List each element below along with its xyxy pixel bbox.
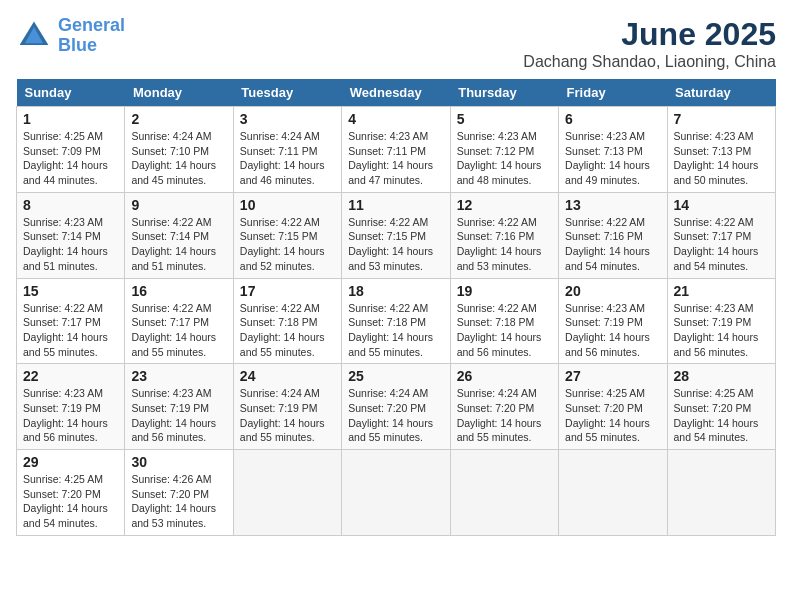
table-row: 21 Sunrise: 4:23 AMSunset: 7:19 PMDaylig… bbox=[667, 278, 775, 364]
day-number: 24 bbox=[240, 368, 335, 384]
day-number: 25 bbox=[348, 368, 443, 384]
day-number: 19 bbox=[457, 283, 552, 299]
day-info: Sunrise: 4:25 AMSunset: 7:20 PMDaylight:… bbox=[23, 473, 108, 529]
day-info: Sunrise: 4:22 AMSunset: 7:17 PMDaylight:… bbox=[131, 302, 216, 358]
day-number: 18 bbox=[348, 283, 443, 299]
day-number: 26 bbox=[457, 368, 552, 384]
table-row: 15 Sunrise: 4:22 AMSunset: 7:17 PMDaylig… bbox=[17, 278, 125, 364]
day-number: 29 bbox=[23, 454, 118, 470]
location-title: Dachang Shandao, Liaoning, China bbox=[523, 53, 776, 71]
day-number: 17 bbox=[240, 283, 335, 299]
table-row: 13 Sunrise: 4:22 AMSunset: 7:16 PMDaylig… bbox=[559, 192, 667, 278]
day-info: Sunrise: 4:22 AMSunset: 7:18 PMDaylight:… bbox=[348, 302, 433, 358]
table-row: 10 Sunrise: 4:22 AMSunset: 7:15 PMDaylig… bbox=[233, 192, 341, 278]
day-info: Sunrise: 4:24 AMSunset: 7:19 PMDaylight:… bbox=[240, 387, 325, 443]
day-info: Sunrise: 4:24 AMSunset: 7:20 PMDaylight:… bbox=[348, 387, 433, 443]
calendar-week-row: 1 Sunrise: 4:25 AMSunset: 7:09 PMDayligh… bbox=[17, 107, 776, 193]
day-info: Sunrise: 4:24 AMSunset: 7:11 PMDaylight:… bbox=[240, 130, 325, 186]
table-row: 27 Sunrise: 4:25 AMSunset: 7:20 PMDaylig… bbox=[559, 364, 667, 450]
day-info: Sunrise: 4:22 AMSunset: 7:15 PMDaylight:… bbox=[240, 216, 325, 272]
table-row: 22 Sunrise: 4:23 AMSunset: 7:19 PMDaylig… bbox=[17, 364, 125, 450]
table-row: 4 Sunrise: 4:23 AMSunset: 7:11 PMDayligh… bbox=[342, 107, 450, 193]
day-number: 30 bbox=[131, 454, 226, 470]
day-info: Sunrise: 4:25 AMSunset: 7:20 PMDaylight:… bbox=[565, 387, 650, 443]
table-row: 25 Sunrise: 4:24 AMSunset: 7:20 PMDaylig… bbox=[342, 364, 450, 450]
logo-text: General Blue bbox=[58, 16, 125, 56]
day-number: 5 bbox=[457, 111, 552, 127]
day-info: Sunrise: 4:24 AMSunset: 7:20 PMDaylight:… bbox=[457, 387, 542, 443]
table-row bbox=[233, 450, 341, 536]
day-info: Sunrise: 4:26 AMSunset: 7:20 PMDaylight:… bbox=[131, 473, 216, 529]
table-row: 14 Sunrise: 4:22 AMSunset: 7:17 PMDaylig… bbox=[667, 192, 775, 278]
col-thursday: Thursday bbox=[450, 79, 558, 107]
col-monday: Monday bbox=[125, 79, 233, 107]
day-number: 4 bbox=[348, 111, 443, 127]
day-info: Sunrise: 4:23 AMSunset: 7:13 PMDaylight:… bbox=[674, 130, 759, 186]
table-row: 23 Sunrise: 4:23 AMSunset: 7:19 PMDaylig… bbox=[125, 364, 233, 450]
day-number: 10 bbox=[240, 197, 335, 213]
day-info: Sunrise: 4:22 AMSunset: 7:18 PMDaylight:… bbox=[240, 302, 325, 358]
day-number: 8 bbox=[23, 197, 118, 213]
calendar-week-row: 8 Sunrise: 4:23 AMSunset: 7:14 PMDayligh… bbox=[17, 192, 776, 278]
day-number: 2 bbox=[131, 111, 226, 127]
day-info: Sunrise: 4:23 AMSunset: 7:19 PMDaylight:… bbox=[131, 387, 216, 443]
day-number: 20 bbox=[565, 283, 660, 299]
col-wednesday: Wednesday bbox=[342, 79, 450, 107]
table-row: 12 Sunrise: 4:22 AMSunset: 7:16 PMDaylig… bbox=[450, 192, 558, 278]
day-number: 27 bbox=[565, 368, 660, 384]
day-info: Sunrise: 4:23 AMSunset: 7:19 PMDaylight:… bbox=[23, 387, 108, 443]
day-info: Sunrise: 4:23 AMSunset: 7:13 PMDaylight:… bbox=[565, 130, 650, 186]
table-row: 28 Sunrise: 4:25 AMSunset: 7:20 PMDaylig… bbox=[667, 364, 775, 450]
table-row: 30 Sunrise: 4:26 AMSunset: 7:20 PMDaylig… bbox=[125, 450, 233, 536]
logo: General Blue bbox=[16, 16, 125, 56]
header-row: Sunday Monday Tuesday Wednesday Thursday… bbox=[17, 79, 776, 107]
table-row: 19 Sunrise: 4:22 AMSunset: 7:18 PMDaylig… bbox=[450, 278, 558, 364]
calendar-table: Sunday Monday Tuesday Wednesday Thursday… bbox=[16, 79, 776, 536]
table-row: 20 Sunrise: 4:23 AMSunset: 7:19 PMDaylig… bbox=[559, 278, 667, 364]
day-number: 23 bbox=[131, 368, 226, 384]
day-number: 11 bbox=[348, 197, 443, 213]
day-info: Sunrise: 4:24 AMSunset: 7:10 PMDaylight:… bbox=[131, 130, 216, 186]
calendar-week-row: 29 Sunrise: 4:25 AMSunset: 7:20 PMDaylig… bbox=[17, 450, 776, 536]
day-number: 6 bbox=[565, 111, 660, 127]
title-area: June 2025 Dachang Shandao, Liaoning, Chi… bbox=[523, 16, 776, 71]
day-info: Sunrise: 4:22 AMSunset: 7:16 PMDaylight:… bbox=[457, 216, 542, 272]
table-row bbox=[450, 450, 558, 536]
logo-blue: Blue bbox=[58, 35, 97, 55]
day-number: 1 bbox=[23, 111, 118, 127]
day-number: 21 bbox=[674, 283, 769, 299]
day-info: Sunrise: 4:22 AMSunset: 7:14 PMDaylight:… bbox=[131, 216, 216, 272]
day-number: 7 bbox=[674, 111, 769, 127]
logo-general: General bbox=[58, 15, 125, 35]
table-row: 9 Sunrise: 4:22 AMSunset: 7:14 PMDayligh… bbox=[125, 192, 233, 278]
table-row: 2 Sunrise: 4:24 AMSunset: 7:10 PMDayligh… bbox=[125, 107, 233, 193]
table-row: 26 Sunrise: 4:24 AMSunset: 7:20 PMDaylig… bbox=[450, 364, 558, 450]
col-tuesday: Tuesday bbox=[233, 79, 341, 107]
col-friday: Friday bbox=[559, 79, 667, 107]
table-row: 3 Sunrise: 4:24 AMSunset: 7:11 PMDayligh… bbox=[233, 107, 341, 193]
day-info: Sunrise: 4:23 AMSunset: 7:11 PMDaylight:… bbox=[348, 130, 433, 186]
day-number: 16 bbox=[131, 283, 226, 299]
day-info: Sunrise: 4:22 AMSunset: 7:18 PMDaylight:… bbox=[457, 302, 542, 358]
day-number: 28 bbox=[674, 368, 769, 384]
day-info: Sunrise: 4:22 AMSunset: 7:16 PMDaylight:… bbox=[565, 216, 650, 272]
day-info: Sunrise: 4:25 AMSunset: 7:09 PMDaylight:… bbox=[23, 130, 108, 186]
table-row bbox=[667, 450, 775, 536]
table-row: 6 Sunrise: 4:23 AMSunset: 7:13 PMDayligh… bbox=[559, 107, 667, 193]
page-header: General Blue June 2025 Dachang Shandao, … bbox=[16, 16, 776, 71]
table-row: 29 Sunrise: 4:25 AMSunset: 7:20 PMDaylig… bbox=[17, 450, 125, 536]
day-info: Sunrise: 4:25 AMSunset: 7:20 PMDaylight:… bbox=[674, 387, 759, 443]
day-info: Sunrise: 4:23 AMSunset: 7:12 PMDaylight:… bbox=[457, 130, 542, 186]
day-info: Sunrise: 4:22 AMSunset: 7:17 PMDaylight:… bbox=[674, 216, 759, 272]
table-row: 11 Sunrise: 4:22 AMSunset: 7:15 PMDaylig… bbox=[342, 192, 450, 278]
day-info: Sunrise: 4:22 AMSunset: 7:15 PMDaylight:… bbox=[348, 216, 433, 272]
table-row bbox=[559, 450, 667, 536]
table-row: 8 Sunrise: 4:23 AMSunset: 7:14 PMDayligh… bbox=[17, 192, 125, 278]
month-title: June 2025 bbox=[523, 16, 776, 53]
col-saturday: Saturday bbox=[667, 79, 775, 107]
table-row: 1 Sunrise: 4:25 AMSunset: 7:09 PMDayligh… bbox=[17, 107, 125, 193]
day-number: 22 bbox=[23, 368, 118, 384]
day-info: Sunrise: 4:23 AMSunset: 7:19 PMDaylight:… bbox=[674, 302, 759, 358]
day-number: 13 bbox=[565, 197, 660, 213]
table-row: 5 Sunrise: 4:23 AMSunset: 7:12 PMDayligh… bbox=[450, 107, 558, 193]
